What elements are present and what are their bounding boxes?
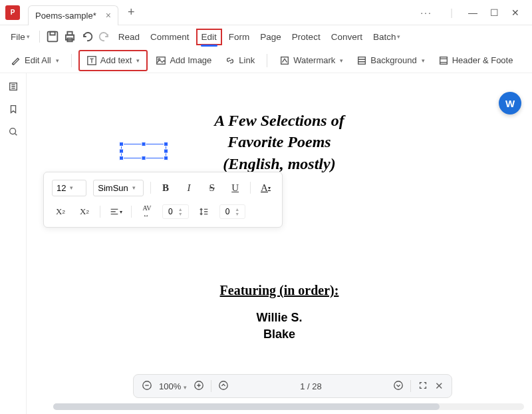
- link-button[interactable]: Link: [219, 53, 260, 69]
- document-canvas[interactable]: W A Few Selections of Favorite Poems (En…: [27, 73, 532, 414]
- separator: [267, 54, 267, 67]
- menu-comment[interactable]: Comment: [146, 29, 194, 45]
- svg-point-16: [394, 381, 402, 389]
- background-button[interactable]: Background▾: [351, 53, 430, 69]
- close-statusbar-button[interactable]: ✕: [435, 380, 444, 392]
- menu-bar: File▾ Read Comment Edit Form Page Protec…: [0, 25, 532, 48]
- side-panel: [0, 73, 27, 414]
- svg-rect-0: [47, 32, 57, 42]
- maximize-button[interactable]: ☐: [485, 7, 503, 18]
- resize-handle[interactable]: [164, 142, 168, 146]
- svg-rect-9: [358, 57, 366, 64]
- menu-convert[interactable]: Convert: [327, 29, 366, 45]
- svg-rect-3: [67, 32, 72, 35]
- zoom-level[interactable]: 100% ▾: [159, 381, 187, 391]
- app-icon: P: [5, 5, 20, 20]
- minimize-button[interactable]: —: [464, 7, 481, 18]
- edit-toolbar: Edit All▾ Add text▾ Add Image Link Water…: [0, 48, 532, 73]
- status-bar: 100% ▾ 1 / 28 ✕: [133, 374, 452, 398]
- document-tab[interactable]: Poems-sample* ×: [28, 5, 118, 25]
- author-name: Blake: [257, 326, 303, 343]
- close-window-button[interactable]: ✕: [507, 7, 524, 18]
- add-image-button[interactable]: Add Image: [150, 53, 217, 69]
- watermark-button[interactable]: Watermark▾: [274, 53, 348, 69]
- search-icon[interactable]: [8, 126, 19, 140]
- svg-rect-10: [440, 57, 447, 64]
- featuring-heading: Featuring (in order):: [220, 283, 339, 298]
- letter-spacing-icon: AV↔: [138, 203, 156, 220]
- separator: [39, 31, 40, 43]
- menu-file[interactable]: File▾: [7, 29, 34, 45]
- more-icon[interactable]: ···: [418, 7, 435, 18]
- scrollbar-thumb[interactable]: [53, 403, 440, 410]
- svg-point-12: [9, 128, 15, 134]
- resize-handle[interactable]: [164, 149, 168, 154]
- italic-button[interactable]: I: [180, 179, 197, 196]
- menu-page[interactable]: Page: [256, 29, 285, 45]
- title-bar: P Poems-sample* × + ··· | — ☐ ✕: [0, 0, 532, 25]
- letter-spacing-input[interactable]: 0 ▲▼: [162, 204, 189, 219]
- zoom-in-button[interactable]: [194, 380, 204, 393]
- print-icon[interactable]: [63, 29, 77, 44]
- redo-icon[interactable]: [97, 29, 112, 44]
- thumbnails-icon[interactable]: [8, 81, 19, 95]
- superscript-button[interactable]: X2: [52, 203, 69, 220]
- author-name: Willie S.: [257, 310, 303, 326]
- font-color-button[interactable]: A▾: [257, 179, 274, 196]
- line-height-input[interactable]: 0 ▲▼: [219, 204, 246, 219]
- resize-handle[interactable]: [142, 156, 146, 160]
- document-title-text: A Few Selections of Favorite Poems (Engl…: [206, 110, 352, 174]
- resize-handle[interactable]: [119, 142, 124, 146]
- window-controls: ··· | — ☐ ✕: [418, 7, 532, 18]
- svg-rect-1: [50, 32, 55, 35]
- horizontal-scrollbar[interactable]: [53, 403, 524, 410]
- menu-edit[interactable]: Edit: [196, 29, 222, 45]
- add-text-button[interactable]: Add text▾: [78, 50, 148, 71]
- fullscreen-button[interactable]: [418, 380, 428, 393]
- workspace: W A Few Selections of Favorite Poems (En…: [0, 73, 532, 414]
- tab-title: Poems-sample*: [35, 11, 96, 21]
- resize-handle[interactable]: [142, 142, 146, 146]
- page-down-button[interactable]: [393, 380, 404, 393]
- menu-form[interactable]: Form: [225, 29, 254, 45]
- align-button[interactable]: ▾: [107, 203, 124, 220]
- underline-button[interactable]: U: [227, 179, 243, 196]
- separator: [71, 54, 72, 67]
- undo-icon[interactable]: [80, 29, 94, 44]
- page-indicator[interactable]: 1 / 28: [300, 381, 322, 391]
- resize-handle[interactable]: [119, 149, 124, 154]
- resize-handle[interactable]: [119, 156, 124, 160]
- edit-all-button[interactable]: Edit All▾: [5, 53, 65, 69]
- menu-protect[interactable]: Protect: [288, 29, 325, 45]
- resize-handle[interactable]: [164, 156, 168, 160]
- bold-button[interactable]: B: [158, 179, 174, 196]
- menu-batch[interactable]: Batch▾: [369, 29, 405, 45]
- menu-read[interactable]: Read: [114, 29, 144, 45]
- font-name-select[interactable]: SimSun▾: [93, 180, 143, 196]
- page-up-button[interactable]: [218, 380, 229, 393]
- save-icon[interactable]: [45, 29, 60, 44]
- line-height-icon: [196, 203, 213, 220]
- svg-point-15: [219, 381, 227, 389]
- close-tab-icon[interactable]: ×: [106, 10, 111, 21]
- zoom-out-button[interactable]: [142, 380, 152, 393]
- font-size-select[interactable]: 12▾: [52, 180, 86, 196]
- text-format-panel: 12▾ SimSun▾ B I S U A▾ X2 X2 ▾ AV↔: [43, 172, 283, 228]
- author-list: Willie S. Blake: [257, 310, 303, 343]
- header-footer-button[interactable]: Header & Foote: [433, 53, 519, 69]
- new-tab-button[interactable]: +: [128, 5, 135, 19]
- strikethrough-button[interactable]: S: [203, 179, 220, 196]
- text-selection-box[interactable]: [121, 144, 166, 158]
- subscript-button[interactable]: X2: [76, 203, 93, 220]
- word-export-button[interactable]: W: [499, 92, 521, 114]
- bookmark-icon[interactable]: [8, 104, 19, 117]
